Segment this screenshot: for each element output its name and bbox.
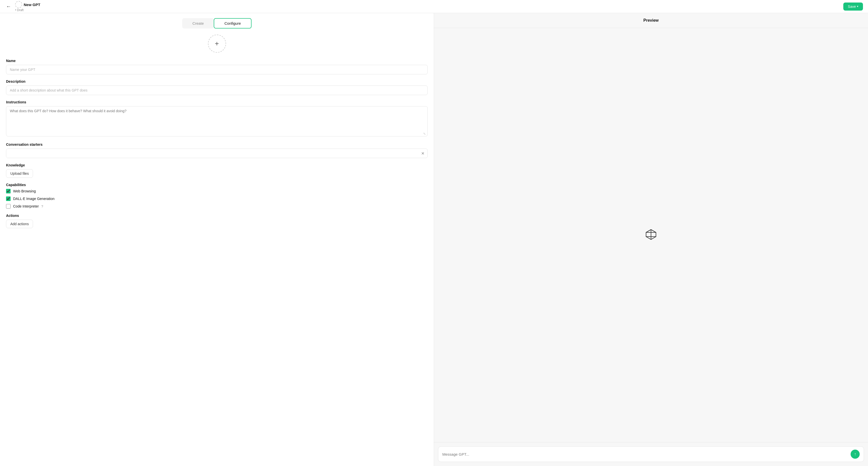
name-label: Name: [6, 59, 428, 63]
right-panel: Preview: [434, 13, 868, 466]
plus-icon: +: [215, 39, 219, 48]
send-icon: ↑: [854, 452, 856, 457]
send-button[interactable]: ↑: [850, 449, 860, 459]
draft-label: • Draft: [15, 8, 40, 12]
dalle-label: DALL·E Image Generation: [13, 197, 55, 201]
web-browsing-label: Web Browsing: [13, 189, 36, 193]
gpt-logo: [15, 1, 22, 8]
starter-input-wrapper: ✕: [6, 148, 428, 158]
tabs: Create Configure: [6, 18, 428, 29]
left-panel: Create Configure + Name Description: [0, 13, 434, 466]
save-chevron-icon: ▾: [857, 5, 859, 8]
knowledge-label: Knowledge: [6, 163, 428, 167]
capabilities-group: Capabilities Web Browsing DALL·E Image G…: [6, 183, 428, 208]
help-icon[interactable]: ?: [41, 204, 43, 208]
save-button[interactable]: Save ▾: [843, 2, 863, 10]
header-left: ← New GPT • Draft: [5, 1, 40, 12]
actions-group: Actions Add actions: [6, 213, 428, 228]
starter-input[interactable]: [6, 149, 418, 158]
message-input[interactable]: [442, 452, 848, 457]
description-input[interactable]: [6, 86, 428, 95]
instructions-group: Instructions ⤡: [6, 100, 428, 138]
conversation-starters-group: Conversation starters ✕: [6, 143, 428, 158]
gpt-name-label: New GPT: [24, 2, 40, 7]
preview-header: Preview: [434, 13, 868, 28]
svg-line-4: [646, 230, 651, 232]
expand-icon[interactable]: ⤡: [423, 132, 426, 136]
knowledge-group: Knowledge Upload files: [6, 163, 428, 178]
starter-clear-button[interactable]: ✕: [418, 149, 428, 158]
actions-label: Actions: [6, 213, 428, 217]
description-label: Description: [6, 80, 428, 84]
code-interpreter-checkbox[interactable]: [6, 204, 10, 208]
preview-footer: ↑: [434, 442, 868, 466]
back-icon: ←: [6, 3, 11, 9]
preview-body: [434, 28, 868, 442]
add-actions-button[interactable]: Add actions: [6, 220, 33, 228]
save-label: Save: [848, 4, 856, 8]
instructions-textarea-wrapper: ⤡: [6, 106, 428, 138]
message-input-wrapper: ↑: [438, 446, 864, 462]
code-interpreter-label: Code Interpreter: [13, 204, 39, 208]
capability-web-browsing: Web Browsing: [6, 189, 428, 194]
avatar-upload-area: +: [6, 34, 428, 53]
instructions-label: Instructions: [6, 100, 428, 104]
gpt-info: New GPT • Draft: [15, 1, 40, 12]
capability-dalle: DALL·E Image Generation: [6, 197, 428, 201]
avatar-upload-button[interactable]: +: [208, 34, 226, 53]
capability-code-interpreter: Code Interpreter ?: [6, 204, 428, 208]
dalle-checkbox[interactable]: [6, 197, 10, 201]
instructions-textarea[interactable]: [6, 106, 428, 137]
gpt-preview-icon: [644, 228, 658, 242]
header: ← New GPT • Draft Save ▾: [0, 0, 868, 13]
tab-configure[interactable]: Configure: [214, 18, 251, 29]
capabilities-label: Capabilities: [6, 183, 428, 187]
description-group: Description: [6, 80, 428, 95]
gpt-title-row: New GPT: [15, 1, 40, 8]
upload-files-button[interactable]: Upload files: [6, 169, 33, 178]
web-browsing-checkbox[interactable]: [6, 189, 10, 194]
main-layout: Create Configure + Name Description: [0, 13, 868, 466]
conversation-starters-label: Conversation starters: [6, 143, 428, 146]
name-input[interactable]: [6, 65, 428, 75]
name-group: Name: [6, 59, 428, 75]
back-button[interactable]: ←: [5, 2, 12, 10]
svg-line-5: [651, 230, 656, 232]
tab-create[interactable]: Create: [182, 18, 214, 29]
